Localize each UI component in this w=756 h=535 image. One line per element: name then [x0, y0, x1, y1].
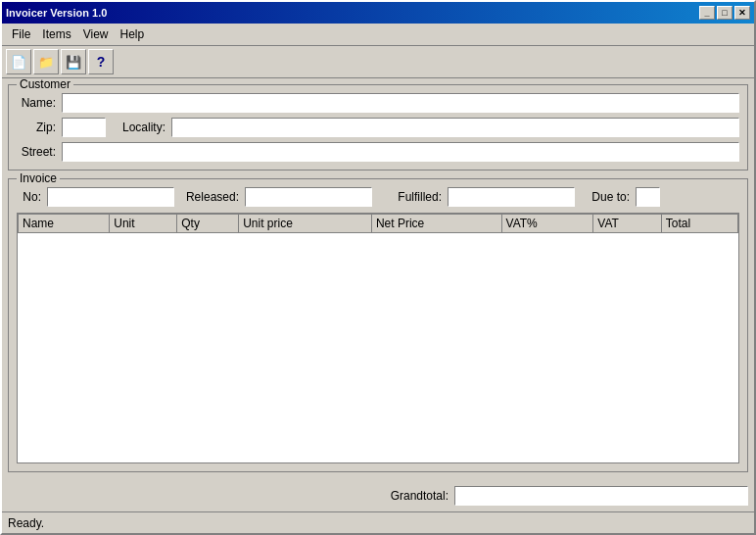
save-icon: 💾 — [65, 53, 82, 71]
invoice-inner: No: Released: Fulfilled: Due to: Name — [17, 187, 739, 463]
col-qty: Qty — [177, 215, 239, 233]
street-input[interactable] — [62, 142, 739, 162]
col-total: Total — [661, 215, 737, 233]
menu-help[interactable]: Help — [114, 25, 150, 43]
invoice-group: Invoice No: Released: Fulfilled: Due to: — [8, 178, 748, 472]
zip-input[interactable] — [62, 118, 106, 137]
locality-input[interactable] — [171, 118, 739, 137]
grandtotal-row: Grandtotal: — [8, 486, 748, 506]
col-net-price: Net Price — [371, 215, 501, 233]
name-input[interactable] — [62, 93, 739, 113]
help-button[interactable]: ? — [88, 49, 114, 74]
customer-group: Customer Name: Zip: Locality: Street: — [8, 84, 748, 170]
customer-street-row: Street: — [17, 142, 739, 162]
invoice-top-row: No: Released: Fulfilled: Due to: — [17, 187, 739, 207]
released-input[interactable] — [245, 187, 372, 207]
save-button[interactable]: 💾 — [61, 49, 86, 74]
open-icon: 📁 — [37, 53, 55, 71]
fulfilled-label: Fulfilled: — [378, 190, 442, 204]
released-label: Released: — [180, 190, 239, 204]
fulfilled-input[interactable] — [448, 187, 575, 207]
main-window: Invoicer Version 1.0 _ □ ✕ File Items Vi… — [0, 0, 756, 535]
minimize-button[interactable]: _ — [699, 6, 715, 20]
menu-bar: File Items View Help — [2, 24, 754, 46]
items-table: Name Unit Qty Unit price Net Price VAT% … — [18, 214, 738, 233]
customer-zip-row: Zip: Locality: — [17, 118, 739, 137]
col-name: Name — [19, 215, 110, 233]
content-area: Customer Name: Zip: Locality: Street: In… — [2, 78, 754, 511]
dueto-label: Due to: — [581, 190, 630, 204]
dueto-input[interactable] — [636, 187, 660, 207]
name-label: Name: — [17, 96, 56, 110]
customer-group-label: Customer — [17, 78, 73, 91]
title-bar-buttons: _ □ ✕ — [699, 6, 750, 20]
col-vat: VAT — [593, 215, 661, 233]
col-unit: Unit — [110, 215, 177, 233]
close-button[interactable]: ✕ — [734, 6, 750, 20]
street-label: Street: — [17, 145, 56, 159]
open-button[interactable]: 📁 — [33, 49, 59, 74]
menu-view[interactable]: View — [77, 25, 115, 43]
title-bar: Invoicer Version 1.0 _ □ ✕ — [2, 2, 754, 24]
menu-file[interactable]: File — [6, 25, 36, 43]
new-icon: 📄 — [10, 53, 27, 71]
no-label: No: — [17, 190, 41, 204]
no-input[interactable] — [47, 187, 174, 207]
status-text: Ready. — [8, 516, 44, 530]
col-vat-pct: VAT% — [501, 215, 593, 233]
window-title: Invoicer Version 1.0 — [6, 7, 107, 19]
items-table-container: Name Unit Qty Unit price Net Price VAT% … — [17, 213, 739, 463]
status-bar: Ready. — [2, 511, 754, 533]
col-unit-price: Unit price — [239, 215, 372, 233]
menu-items[interactable]: Items — [36, 25, 76, 43]
help-icon: ? — [92, 53, 110, 71]
locality-label: Locality: — [112, 121, 165, 134]
new-button[interactable]: 📄 — [6, 49, 31, 74]
invoice-group-label: Invoice — [17, 171, 60, 185]
maximize-button[interactable]: □ — [717, 6, 732, 20]
customer-name-row: Name: — [17, 93, 739, 113]
zip-label: Zip: — [17, 121, 56, 134]
grandtotal-input[interactable] — [454, 486, 748, 506]
toolbar: 📄 📁 💾 ? — [2, 46, 754, 78]
grandtotal-label: Grandtotal: — [391, 489, 449, 503]
